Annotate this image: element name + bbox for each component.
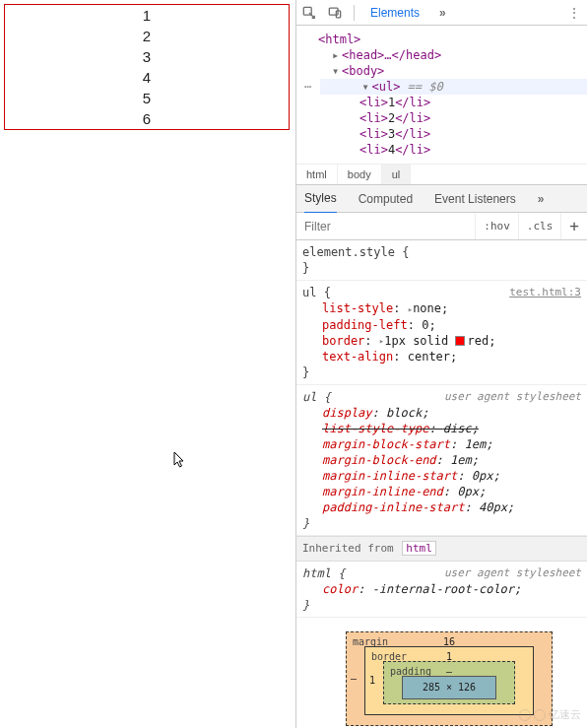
source-ua: user agent stylesheet	[444, 565, 581, 581]
styles-tabs: Styles Computed Event Listeners »	[296, 185, 587, 213]
filter-input[interactable]	[296, 213, 475, 239]
rule-html-ua[interactable]: user agent stylesheet html { color: -int…	[296, 562, 587, 618]
source-ua: user agent stylesheet	[444, 389, 581, 405]
tab-elements[interactable]: Elements	[366, 0, 424, 26]
rule-element-style[interactable]: element.style { }	[296, 240, 587, 281]
tab-computed[interactable]: Computed	[359, 185, 413, 213]
box-padding-top[interactable]: –	[446, 664, 452, 680]
tabs-overflow-icon[interactable]: »	[439, 6, 446, 20]
crumb-ul[interactable]: ul	[382, 165, 412, 184]
device-toggle-icon[interactable]	[328, 6, 342, 20]
rule-ul-ua[interactable]: user agent stylesheet ul { display: bloc…	[296, 385, 587, 536]
watermark-text: 亿速云	[549, 707, 581, 722]
collapse-icon[interactable]: ▾	[361, 79, 371, 95]
dom-node[interactable]: <li>3</li>	[304, 126, 587, 142]
styles-tabs-overflow-icon[interactable]: »	[538, 192, 545, 206]
dom-node[interactable]: <li>1</li>	[304, 95, 587, 110]
list-item: 4	[5, 67, 289, 88]
source-link[interactable]: test.html:3	[509, 285, 581, 300]
styles-rules: element.style { } test.html:3 ul { list-…	[296, 240, 587, 726]
cls-toggle[interactable]: .cls	[518, 213, 561, 239]
watermark-logo-icon	[534, 709, 546, 721]
hov-toggle[interactable]: :hov	[475, 213, 518, 239]
rendered-page: 1 2 3 4 5 6	[0, 0, 295, 728]
filter-bar: :hov .cls +	[296, 213, 587, 240]
devtools-toolbar: Elements » ⋮	[296, 0, 587, 26]
list-item: 6	[5, 108, 289, 129]
demo-ul: 1 2 3 4 5 6	[4, 4, 290, 130]
crumb-body[interactable]: body	[338, 165, 382, 184]
rule-ul-author[interactable]: test.html:3 ul { list-style: ▸ none; pad…	[296, 281, 587, 385]
box-margin-left[interactable]: –	[351, 671, 357, 687]
inspect-icon[interactable]	[302, 6, 316, 20]
breadcrumb: html body ul	[296, 164, 587, 185]
collapse-icon[interactable]: ▾	[332, 63, 342, 79]
inherited-tag[interactable]: html	[402, 541, 436, 556]
devtools-panel: Elements » ⋮ <html> ▸<head>…</head> ▾<bo…	[295, 0, 587, 728]
dom-node[interactable]: <li>2</li>	[304, 110, 587, 126]
list-item: 2	[5, 26, 289, 46]
dom-node[interactable]: <html>	[318, 33, 360, 46]
box-padding-label: padding	[390, 664, 431, 680]
inherited-from-bar: Inherited from html	[296, 536, 587, 562]
box-border-left[interactable]: 1	[369, 673, 375, 689]
tab-styles[interactable]: Styles	[304, 184, 337, 214]
dom-tree[interactable]: <html> ▸<head>…</head> ▾<body> ⋯ ▾<ul> =…	[296, 26, 587, 164]
dom-node[interactable]: <body>	[342, 64, 384, 78]
list-item: 5	[5, 88, 289, 108]
list-item: 1	[5, 5, 289, 26]
devtools-menu-icon[interactable]: ⋮	[568, 6, 581, 20]
tab-event-listeners[interactable]: Event Listeners	[434, 185, 516, 213]
expand-icon[interactable]: ▸	[332, 47, 342, 63]
watermark: 亿速云	[519, 707, 581, 722]
crumb-html[interactable]: html	[296, 165, 338, 184]
watermark-logo-icon	[519, 709, 531, 721]
dom-node[interactable]: <head>…</head>	[342, 48, 441, 62]
dom-node-selected[interactable]: ⋯ ▾<ul> == $0	[304, 79, 587, 95]
dom-node[interactable]: <li>4</li>	[304, 142, 587, 158]
color-swatch-icon[interactable]	[455, 336, 465, 346]
new-rule-button[interactable]: +	[560, 213, 587, 239]
list-item: 3	[5, 46, 289, 67]
